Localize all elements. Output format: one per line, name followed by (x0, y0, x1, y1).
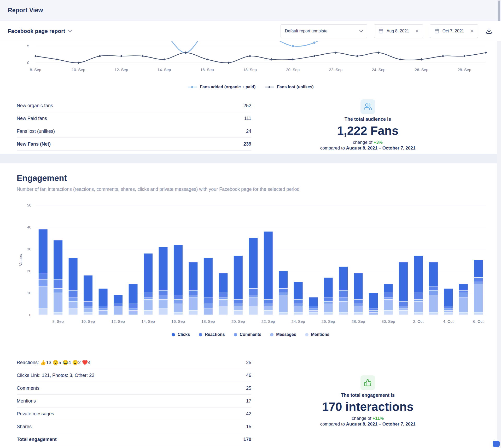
table-row: Private messages42 (17, 407, 251, 420)
bar-segment (339, 313, 348, 315)
bar-segment (279, 271, 288, 288)
audience-summary-heading: The total audience is (345, 117, 391, 122)
legend-label: Fans added (organic + paid) (200, 85, 255, 89)
bar-segment (264, 306, 273, 310)
chevron-down-icon (359, 30, 363, 32)
legend-item[interactable]: Mentions (305, 332, 329, 337)
bar-segment (219, 293, 228, 297)
bar-segment (114, 295, 123, 303)
chat-launcher[interactable] (493, 441, 500, 447)
svg-text:4. Oct: 4. Oct (443, 319, 454, 324)
bar-segment (159, 247, 167, 291)
bar-segment (189, 297, 197, 310)
legend-dot (172, 333, 175, 336)
bar-segment (174, 300, 183, 304)
bar-segment (144, 300, 153, 310)
svg-text:26. Sep: 26. Sep (415, 67, 428, 72)
svg-text:8. Sep: 8. Sep (30, 67, 41, 72)
scrollbar[interactable] (497, 0, 501, 448)
bar-segment (99, 308, 108, 310)
bar-segment (354, 313, 363, 315)
template-select[interactable]: Default report template (281, 24, 367, 38)
bar-segment (204, 258, 213, 297)
bar-segment (249, 238, 258, 288)
bar-segment (384, 311, 393, 315)
legend-item[interactable]: Clicks (172, 332, 190, 337)
bar-segment (399, 311, 408, 315)
compare-range: August 8, 2021 – October 7, 2021 (346, 422, 416, 427)
row-value: 17 (246, 398, 251, 404)
bar-segment (144, 311, 153, 315)
svg-text:14. Sep: 14. Sep (141, 319, 155, 324)
row-value: 239 (243, 141, 251, 147)
bar-segment (279, 295, 288, 312)
engagement-section: Engagement Number of fan interactions (r… (0, 163, 501, 448)
svg-text:28. Sep: 28. Sep (458, 67, 471, 72)
page-header: Report View (0, 0, 501, 21)
bar-segment (54, 280, 62, 288)
svg-text:12. Sep: 12. Sep (111, 319, 125, 324)
svg-text:20: 20 (27, 269, 31, 273)
svg-text:20. Sep: 20. Sep (231, 319, 245, 324)
scrollbar-thumb[interactable] (498, 1, 500, 21)
date-from-field[interactable]: Aug 8, 2021 ✕ (374, 24, 423, 38)
report-name-dropdown[interactable]: Facebook page report (8, 28, 72, 34)
thumbs-up-icon (360, 375, 375, 390)
legend-item[interactable]: Messages (270, 332, 296, 337)
download-button[interactable] (485, 27, 493, 35)
svg-text:26. Sep: 26. Sep (322, 319, 335, 324)
bar-segment (309, 313, 318, 315)
table-row: New Paid fans111 (17, 112, 251, 125)
row-label: Comments (17, 386, 39, 391)
bar-segment (369, 293, 378, 308)
table-row: Total engagement170 (17, 433, 251, 446)
bar-segment (39, 308, 48, 315)
bar-segment (339, 267, 348, 290)
bar-segment (429, 262, 438, 286)
bar-segment (84, 275, 92, 302)
svg-text:10. Sep: 10. Sep (72, 67, 85, 72)
engagement-split: Reactions: 👍13 😮5 😂4 😮2 ❤️425Clicks Link… (0, 356, 501, 446)
svg-text:2. Oct: 2. Oct (413, 319, 424, 324)
bar-segment (159, 308, 167, 315)
bar-segment (459, 293, 468, 297)
bar-segment (174, 304, 183, 312)
bar-segment (459, 313, 468, 315)
row-label: New Paid fans (17, 116, 47, 121)
date-to-field[interactable]: Oct 7, 2021 ✕ (430, 24, 478, 38)
svg-text:Values: Values (18, 254, 23, 266)
bar-segment (99, 289, 108, 306)
legend-item[interactable]: Fans lost (unlikes) (264, 85, 313, 89)
bar-segment (294, 304, 303, 306)
svg-text:6. Oct: 6. Oct (473, 319, 484, 324)
svg-text:30: 30 (27, 247, 31, 251)
bar-segment (414, 313, 423, 315)
legend-item[interactable]: Fans added (organic + paid) (187, 85, 255, 89)
table-row: Mentions17 (17, 395, 251, 407)
bar-segment (54, 240, 62, 279)
svg-text:22. Sep: 22. Sep (329, 67, 342, 72)
bar-segment (279, 289, 288, 293)
legend-item[interactable]: Reactions (199, 332, 225, 337)
page-title: Report View (8, 7, 43, 14)
legend-item[interactable]: Comments (234, 332, 261, 337)
bar-segment (159, 291, 167, 295)
bar-segment (429, 291, 438, 295)
bar-segment (204, 297, 213, 304)
change-value: +11% (372, 416, 384, 421)
fans-section: 508. Sep10. Sep12. Sep14. Sep16. Sep18. … (0, 41, 501, 154)
bar-segment (204, 304, 213, 308)
engagement-compare: compared to August 8, 2021 – October 7, … (320, 422, 416, 427)
bar-segment (279, 313, 288, 315)
bar-segment (339, 291, 348, 297)
row-label: New organic fans (17, 103, 53, 108)
table-row: Fans lost (unlikes)24 (17, 125, 251, 138)
bar-segment (144, 254, 153, 293)
bar-segment (324, 304, 333, 312)
row-label: New Fans (Net) (17, 141, 51, 147)
clear-date-to-icon[interactable]: ✕ (470, 29, 474, 33)
bar-segment (144, 297, 153, 299)
clear-date-from-icon[interactable]: ✕ (415, 29, 419, 33)
bar-segment (174, 245, 183, 295)
bar-segment (129, 311, 138, 315)
